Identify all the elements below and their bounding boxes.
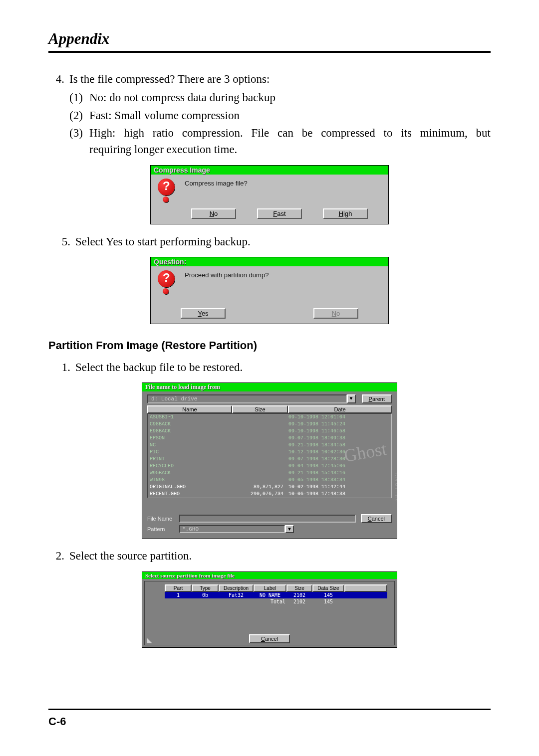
- item-text: Select the backup file to be restored.: [75, 359, 491, 376]
- file-row[interactable]: W95BACK09-21-1998 15:43:16: [148, 470, 391, 477]
- file-size: 89,871,827: [233, 484, 288, 491]
- header-label: Label: [254, 584, 286, 592]
- file-size: [233, 456, 288, 463]
- opt-text: No: do not compress data during backup: [89, 89, 491, 106]
- file-date: 09-10-1998 11:45:24: [288, 421, 389, 428]
- dialog-title: File name to load image from: [142, 383, 397, 391]
- parent-button[interactable]: Parent: [362, 394, 392, 403]
- cancel-button[interactable]: Cancel: [361, 514, 392, 523]
- btn-rest: ast: [277, 210, 285, 217]
- cell-type: 0b: [192, 592, 219, 598]
- header-size[interactable]: Size: [232, 405, 288, 413]
- file-date: 10-06-1998 17:48:38: [288, 491, 389, 498]
- file-name: W95BACK: [150, 470, 233, 477]
- file-row[interactable]: ASUSBI~109-10-1998 12:01:04: [148, 414, 391, 421]
- file-row[interactable]: WIN9809-05-1998 18:33:34: [148, 477, 391, 484]
- high-button[interactable]: High: [323, 208, 368, 219]
- header-part: Part: [165, 584, 192, 592]
- btn-rest: o: [214, 210, 218, 217]
- partition-headers: Part Type Description Label Size Data Si…: [165, 584, 387, 592]
- dialog-text: Compress image file?: [185, 179, 248, 187]
- file-name: ORIGINAL.GHO: [150, 484, 233, 491]
- dialog-text: Proceed with partition dump?: [185, 270, 269, 279]
- filename-input[interactable]: [179, 515, 356, 523]
- file-name: ASUSBI~1: [150, 414, 233, 421]
- no-button[interactable]: No: [313, 308, 358, 319]
- file-size: [233, 470, 288, 477]
- question-mark-icon: [156, 270, 179, 295]
- item-text: Is the file compressed? There are 3 opti…: [69, 71, 491, 87]
- file-size: 290,076,734: [233, 491, 288, 498]
- cell-datasize: 145: [312, 592, 344, 598]
- cancel-button[interactable]: Cancel: [249, 634, 290, 643]
- opt-num: (2): [69, 107, 89, 124]
- footer-divider: [48, 709, 491, 710]
- section-heading: Partition From Image (Restore Partition): [48, 339, 491, 352]
- file-name: RECENT.GHO: [150, 491, 233, 498]
- cell-size: 2102: [286, 592, 312, 598]
- btn-underline: C: [261, 636, 265, 642]
- btn-underline: Y: [198, 310, 201, 317]
- file-size: [233, 414, 288, 421]
- file-size: [233, 428, 288, 435]
- header-date[interactable]: Date: [288, 405, 392, 413]
- file-row[interactable]: C98BACK09-10-1998 11:45:24: [148, 421, 391, 428]
- header-datasize: Data Size: [312, 584, 344, 592]
- file-size: [233, 449, 288, 456]
- item-number: 4.: [48, 71, 69, 87]
- opt3-line1: High: high ratio compression. File can b…: [89, 125, 491, 141]
- file-name: NC: [150, 442, 233, 449]
- file-size: [233, 463, 288, 470]
- page-title: Appendix: [48, 30, 491, 48]
- dialog-title: Question:: [151, 257, 388, 266]
- item-number: 2.: [48, 548, 69, 564]
- restore-step-1: 1. Select the backup file to be restored…: [48, 359, 491, 376]
- header-size: Size: [286, 584, 312, 592]
- file-name: EPSON: [150, 435, 233, 442]
- file-name: RECYCLED: [150, 463, 233, 470]
- cell-total-dsize: 145: [312, 598, 344, 605]
- yes-button[interactable]: Yes: [181, 308, 226, 319]
- file-name: C98BACK: [150, 421, 233, 428]
- file-row[interactable]: EPSON09-07-1998 18:09:38: [148, 435, 391, 442]
- file-open-dialog: File name to load image from d: Local dr…: [142, 382, 397, 539]
- file-list-headers: Name Size Date: [147, 405, 392, 413]
- file-date: 09-10-1998 12:01:04: [288, 414, 389, 421]
- file-row[interactable]: RECENT.GHO290,076,73410-06-1998 17:48:38: [148, 491, 391, 498]
- partition-row-selected[interactable]: 1 0b Fat32 NO NAME 2102 145: [165, 592, 387, 598]
- no-button[interactable]: No: [191, 208, 236, 219]
- btn-underline: N: [210, 210, 214, 217]
- file-size: [233, 421, 288, 428]
- dialog-title: Select source partition from image file: [142, 572, 397, 579]
- question-mark-icon: [156, 179, 179, 203]
- fast-button[interactable]: Fast: [257, 208, 302, 219]
- opt-num: (3): [69, 125, 89, 158]
- btn-underline: C: [368, 516, 372, 522]
- header-desc: Description: [219, 584, 254, 592]
- list-item-4: 4. Is the file compressed? There are 3 o…: [48, 71, 491, 87]
- btn-rest: es: [202, 310, 209, 317]
- select-partition-dialog: Select source partition from image file …: [142, 571, 397, 648]
- file-row[interactable]: ORIGINAL.GHO89,871,82710-02-1998 11:42:4…: [148, 484, 391, 491]
- restore-step-2: 2. Select the source partition.: [48, 548, 491, 564]
- ghost-logo-sub: SOFTWARE: [394, 470, 398, 501]
- pattern-value: *.GHO: [179, 525, 285, 533]
- file-name: E98BACK: [150, 428, 233, 435]
- option-2: (2) Fast: Small volume compression: [69, 107, 491, 124]
- file-row[interactable]: E98BACK09-10-1998 11:46:58: [148, 428, 391, 435]
- pattern-combo[interactable]: *.GHO ▼: [179, 525, 294, 533]
- file-size: [233, 435, 288, 442]
- resize-grip-icon: ◣: [147, 636, 152, 644]
- cell-total-label: Total: [254, 598, 286, 605]
- filename-label: File Name: [147, 516, 179, 522]
- opt3-line2: requiring longer execution time.: [89, 143, 237, 156]
- opt-text: Fast: Small volume compression: [89, 107, 491, 124]
- file-size: [233, 442, 288, 449]
- btn-rest: ancel: [372, 516, 385, 522]
- option-1: (1) No: do not compress data during back…: [69, 89, 491, 106]
- header-name[interactable]: Name: [147, 405, 232, 413]
- drive-combo[interactable]: d: Local drive ▼: [147, 394, 356, 403]
- chevron-down-icon[interactable]: ▼: [285, 525, 294, 533]
- chevron-down-icon[interactable]: ▼: [347, 394, 356, 403]
- option-list: (1) No: do not compress data during back…: [69, 89, 491, 158]
